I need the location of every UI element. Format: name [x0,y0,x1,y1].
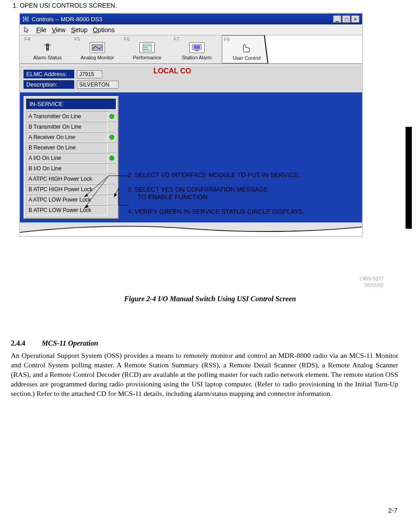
tool-station-alarm-label: Station Alarm [182,55,211,60]
status-led-icon [110,166,114,171]
row-a-tx[interactable]: A Transmitter On Line [26,111,116,121]
svg-rect-14 [143,45,151,46]
svg-point-4 [23,20,24,22]
row-a-atpc-hi[interactable]: A ATPC HIGH Power Lock [26,173,116,184]
svg-rect-1 [25,16,26,22]
window-title: Controls -- MDR-8000 DS3 [32,16,333,23]
diagonal-cutaway [264,35,362,64]
panel-header: IN-SERVICE [26,99,116,109]
tool-alarm-status[interactable]: F4 Alarm Status [23,35,72,63]
status-led-icon [110,177,114,181]
menu-view[interactable]: View [52,26,66,34]
status-led-icon [110,145,114,150]
titlebar: Controls -- MDR-8000 DS3 ▁ ▢ ✕ [20,14,362,24]
section-title: MCS-11 Operation [42,339,98,347]
menubar: File View Setup Options [20,24,362,35]
fkey-f8: F8 [224,37,230,42]
figure-id: LMW-5077 08/15/02 [359,275,384,289]
row-b-io[interactable]: B I/O On Line [26,163,116,173]
row-label: B Receiver On Line [26,143,108,153]
local-banner: LOCAL CO [153,67,191,75]
svg-point-9 [47,48,48,50]
elmc-value[interactable]: J7915 [77,70,102,78]
row-b-rx[interactable]: B Receiver On Line [26,142,116,153]
status-led-icon [110,156,114,160]
section-number: 2.4.4 [11,339,42,347]
row-label: B ATPC LOW Power Lock [26,205,108,215]
cursor-icon [24,27,30,33]
status-led-icon [110,114,114,119]
callout-4-text: 4. VERIFY GREEN IN-SERVICE STATUS CIRCLE… [128,208,305,215]
close-button[interactable]: ✕ [351,15,359,23]
figure-code: LMW-5077 [359,275,384,282]
tool-user-control-label: User Control [233,55,261,61]
menu-setup[interactable]: Setup [71,26,88,34]
status-led-icon [110,125,114,129]
row-label: B ATPC HIGH Power Lock [26,184,108,194]
minimize-button[interactable]: ▁ [333,15,341,23]
row-a-atpc-lo[interactable]: A ATPC LOW Power Lock [26,194,116,205]
step-1-text: 1. OPEN USI CONTROLS SCREEN. [9,2,411,9]
callout-3-line1: 3. SELECT YES ON CONFIRMATION MESSAGE [128,186,305,194]
svg-rect-15 [143,47,148,48]
svg-point-7 [47,44,48,45]
svg-rect-18 [194,45,200,49]
app-icon [23,16,29,22]
row-b-atpc-hi[interactable]: B ATPC HIGH Power Lock [26,184,116,194]
crt-icon [189,42,205,53]
tool-station-alarm[interactable]: F7 Station Alarm [172,35,222,63]
fkey-f4: F4 [24,36,30,42]
description-label: Description: [24,80,74,89]
tool-analog-monitor-label: Analog Monitor [81,55,114,60]
row-label: A ATPC LOW Power Lock [26,195,108,205]
row-label: A Transmitter On Line [26,111,108,121]
svg-rect-11 [49,44,51,46]
callout-2: 2. SELECT I/O INTERFACE MODULE TO PUT IN… [128,171,305,179]
svg-rect-10 [44,44,46,46]
section-heading: 2.4.4MCS-11 Operation [11,339,398,347]
in-service-panel: IN-SERVICE A Transmitter On Line B Trans… [24,96,119,219]
callout-2-text: 2. SELECT I/O INTERFACE MODULE TO PUT IN… [128,171,300,178]
figure-date: 08/15/02 [359,282,384,288]
row-label: B I/O On Line [26,164,108,173]
svg-point-8 [47,46,48,48]
row-label: A Receiver On Line [26,132,108,142]
callout-4: 4. VERIFY GREEN IN-SERVICE STATUS CIRCLE… [128,208,305,216]
clipboard-chart-icon [139,42,155,53]
page-number: 2-7 [388,507,397,514]
monitor-icon [90,42,105,53]
tool-analog-monitor[interactable]: F5 Analog Monitor [72,35,122,63]
row-label: A ATPC HIGH Power Lock [26,174,108,184]
elmc-label: ELMC Address: [24,70,74,78]
callout-3: 3. SELECT YES ON CONFIRMATION MESSAGE TO… [128,186,305,202]
maximize-button[interactable]: ▢ [342,15,350,23]
page-edge-tab [406,127,412,229]
row-label: B Transmitter On Line [26,122,108,132]
toolbar: F4 Alarm Status F5 Analog Monitor F6 Per… [20,35,362,64]
bottom-cutaway [20,222,362,236]
status-led-icon [110,197,114,202]
traffic-light-icon [40,42,55,53]
description-value[interactable]: SILVERTON [77,81,119,89]
hand-click-icon [239,43,254,53]
svg-point-3 [28,17,29,18]
row-b-atpc-lo[interactable]: B ATPC LOW Power Lock [26,205,116,215]
menu-options[interactable]: Options [93,26,115,34]
menu-file[interactable]: File [36,26,47,34]
svg-rect-19 [195,50,199,51]
fkey-f6: F6 [124,36,130,42]
row-a-rx[interactable]: A Receiver On Line [26,132,116,142]
tool-performance[interactable]: F6 Performance [122,35,172,63]
callouts: 2. SELECT I/O INTERFACE MODULE TO PUT IN… [128,171,305,222]
svg-point-2 [23,17,24,18]
status-led-icon [110,187,114,192]
tool-alarm-status-label: Alarm Status [33,55,62,60]
row-b-tx[interactable]: B Transmitter On Line [26,121,116,132]
section-paragraph: An Operational Support System (OSS) prov… [11,351,398,399]
tool-performance-label: Performance [133,55,162,60]
fkey-f5: F5 [74,36,80,42]
row-a-io[interactable]: A I/O On Line [26,153,116,163]
row-label: A I/O On Line [26,153,108,163]
status-led-icon [110,208,114,212]
svg-point-5 [28,20,29,22]
